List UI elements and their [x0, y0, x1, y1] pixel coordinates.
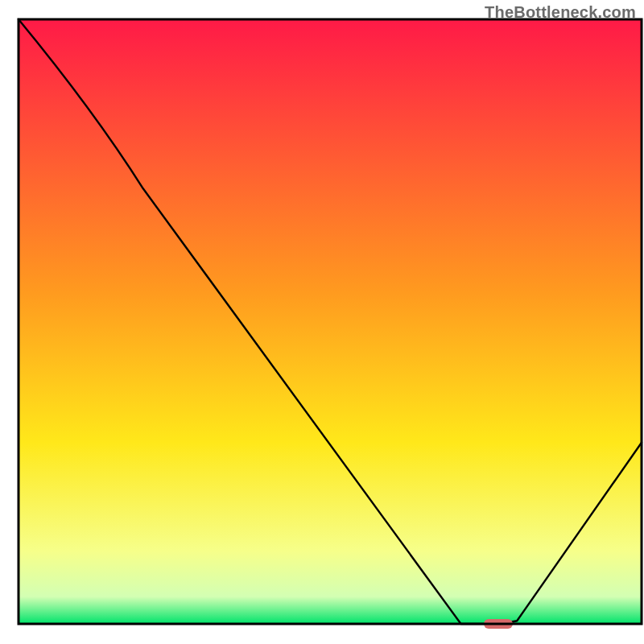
watermark-text: TheBottleneck.com: [485, 3, 636, 22]
chart-container: TheBottleneck.com: [0, 0, 644, 644]
bottleneck-chart: [0, 0, 644, 644]
plot-background: [19, 19, 642, 624]
